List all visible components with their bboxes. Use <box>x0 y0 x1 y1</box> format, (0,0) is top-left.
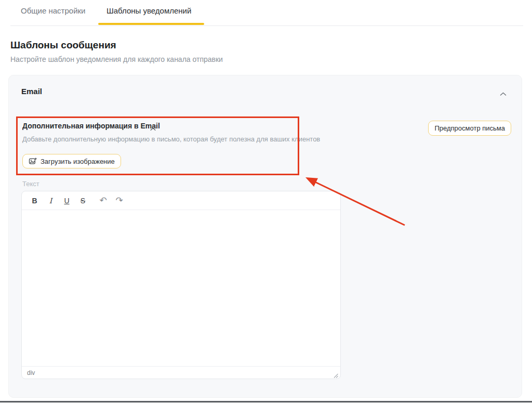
chevron-up-icon[interactable] <box>150 124 156 133</box>
strikethrough-button[interactable]: S <box>75 192 91 210</box>
preview-email-button[interactable]: Предпросмотр письма <box>428 121 511 136</box>
editor-toolbar: B I U S ↶ ↷ <box>22 191 340 210</box>
editor-content[interactable] <box>22 211 340 367</box>
undo-icon[interactable]: ↶ <box>95 192 111 210</box>
upload-image-label: Загрузить изображение <box>41 158 115 165</box>
extra-info-title: Дополнительная информация в Email <box>22 122 160 130</box>
chevron-up-icon[interactable] <box>500 89 507 98</box>
editor-statusbar: div <box>22 366 340 379</box>
tab-general-settings[interactable]: Общие настройки <box>21 6 86 16</box>
tabs-divider <box>10 25 523 26</box>
image-upload-icon <box>29 157 37 165</box>
italic-button[interactable]: I <box>43 192 59 210</box>
active-tab-underline <box>98 23 204 25</box>
email-card-title: Email <box>21 87 42 96</box>
resize-handle-icon[interactable] <box>333 371 339 377</box>
bold-button[interactable]: B <box>26 192 43 210</box>
editor-element-path: div <box>27 369 35 376</box>
editor-label: Текст <box>22 180 39 188</box>
underline-button[interactable]: U <box>59 192 75 210</box>
page-subtitle: Настройте шаблон уведомления для каждого… <box>10 55 223 63</box>
rich-text-editor: B I U S ↶ ↷ div <box>21 191 341 379</box>
redo-icon[interactable]: ↷ <box>111 192 127 210</box>
upload-image-button[interactable]: Загрузить изображение <box>22 154 121 168</box>
extra-info-description: Добавьте дополнительную информацию в пис… <box>22 135 320 143</box>
page-title: Шаблоны сообщения <box>10 40 116 51</box>
email-card-header[interactable]: Email <box>9 75 522 105</box>
window-bottom-border <box>0 401 532 402</box>
tab-notification-templates[interactable]: Шаблоны уведомлений <box>107 6 191 16</box>
email-card: Email Дополнительная информация в Email … <box>8 75 522 398</box>
